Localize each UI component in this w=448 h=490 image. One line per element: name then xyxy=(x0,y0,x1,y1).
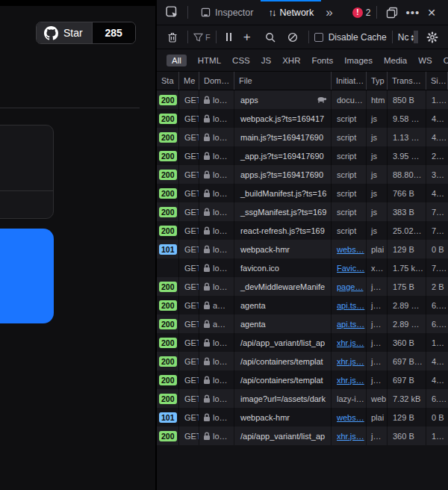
disable-cache-checkbox[interactable] xyxy=(314,33,323,42)
network-request-row[interactable]: 200GETlo…_buildManifest.js?ts=16scriptjs… xyxy=(157,184,448,202)
lock-icon xyxy=(203,133,211,142)
status-cell: 200 xyxy=(157,296,179,314)
pick-element-button[interactable] xyxy=(163,6,182,19)
column-header-3[interactable]: File xyxy=(234,72,332,90)
file-name: webpack-hmr xyxy=(240,245,290,254)
filter-pill-ot[interactable]: Ot xyxy=(444,56,448,65)
filter-pill-js[interactable]: JS xyxy=(261,56,271,65)
method-cell: GET xyxy=(179,370,199,389)
filter-pill-media[interactable]: Media xyxy=(384,56,407,65)
initiator-link[interactable]: api.ts… xyxy=(337,301,364,310)
filter-pill-css[interactable]: CSS xyxy=(232,56,250,65)
initiator-link[interactable]: Favic… xyxy=(337,264,364,273)
page-card[interactable] xyxy=(0,125,54,219)
tab-inspector[interactable]: Inspector xyxy=(193,0,261,25)
github-star-widget[interactable]: Star 285 xyxy=(36,22,136,44)
column-header-6[interactable]: Trans… xyxy=(388,72,426,90)
initiator-cell: docu… xyxy=(332,90,367,109)
more-tabs-button[interactable]: » xyxy=(323,5,335,20)
initiator-link[interactable]: webs… xyxy=(337,245,364,254)
network-request-row[interactable]: 200GETlo…/api/app_variant/list_apxhr.js…… xyxy=(157,427,448,445)
initiator-link[interactable]: xhr.js… xyxy=(337,338,364,347)
network-request-row[interactable]: 200GETlo…appsdocu…htm850 B1.… xyxy=(157,90,448,109)
column-header-5[interactable]: Typ xyxy=(367,72,388,90)
lock-icon xyxy=(203,170,211,179)
column-header-1[interactable]: Me xyxy=(179,72,199,90)
error-badge[interactable]: ! 2 xyxy=(352,7,371,18)
domain-cell: lo… xyxy=(199,109,234,128)
network-request-row[interactable]: 200GETlo…_app.js?ts=169417690scriptjs3.9… xyxy=(157,146,448,165)
initiator-link[interactable]: webs… xyxy=(337,413,364,422)
tabbar-separator xyxy=(187,6,188,19)
method-cell: GET xyxy=(179,296,199,314)
initiator-link[interactable]: xhr.js… xyxy=(337,376,364,385)
github-star-button[interactable]: Star xyxy=(37,22,92,43)
tab-network[interactable]: ↑↓ Network xyxy=(261,0,321,25)
file-name: react-refresh.js?ts=169 xyxy=(240,226,325,235)
initiator-link[interactable]: api.ts… xyxy=(337,320,364,329)
tabbar-separator-2 xyxy=(376,6,377,19)
column-header-4[interactable]: Initiat… xyxy=(332,72,367,90)
filter-pill-ws[interactable]: WS xyxy=(418,56,432,65)
new-request-button[interactable]: + xyxy=(243,30,251,45)
network-request-row[interactable]: 200GETa…agentaapi.ts…j…2.89 …6.… xyxy=(157,296,448,314)
network-request-row[interactable]: 200GETlo…_devMiddlewareManifepage…j…175 … xyxy=(157,277,448,296)
network-request-row[interactable]: 200GETlo…_ssgManifest.js?ts=169scriptjs3… xyxy=(157,202,448,221)
size-cell: 4.… xyxy=(426,128,448,146)
disable-cache-control[interactable]: Disable Cache xyxy=(314,32,387,43)
initiator-cell: page… xyxy=(332,277,367,296)
network-request-row[interactable]: 101GETlo…webpack-hmrwebs…plai129 B0 B xyxy=(157,408,448,427)
initiator-link[interactable]: xhr.js… xyxy=(337,432,364,441)
size-cell: 7… xyxy=(426,202,448,221)
size-cell: 7… xyxy=(426,221,448,240)
network-request-row[interactable]: GETlo…favicon.icoFavic…x…1.75 k…7.… xyxy=(157,258,448,277)
network-settings-button[interactable] xyxy=(423,31,444,43)
status-badge: 101 xyxy=(159,244,177,255)
status-badge: 200 xyxy=(159,356,177,367)
github-logo-icon xyxy=(44,26,58,40)
domain-text: lo… xyxy=(213,282,228,291)
clear-requests-button[interactable] xyxy=(163,31,182,43)
filter-pill-html[interactable]: HTML xyxy=(198,56,221,65)
filter-urls-input[interactable]: F xyxy=(205,33,211,42)
page-blue-panel[interactable] xyxy=(0,229,54,323)
column-header-2[interactable]: Dom… xyxy=(199,72,234,90)
network-request-row[interactable]: 200GETlo…/api/containers/templatxhr.js…j… xyxy=(157,370,448,389)
network-request-row[interactable]: 200GETlo…image?url=/assets/darklazy-i…we… xyxy=(157,389,448,408)
star-count-button[interactable]: 285 xyxy=(92,22,135,43)
close-devtools-button[interactable]: ✕ xyxy=(424,7,442,19)
status-badge: 200 xyxy=(159,300,177,311)
network-request-row[interactable]: 200GETlo…apps.js?ts=169417690scriptjs88.… xyxy=(157,165,448,184)
method-cell: GET xyxy=(179,90,199,109)
initiator-link[interactable]: page… xyxy=(337,282,363,291)
block-request-button[interactable] xyxy=(287,32,298,43)
domain-text: lo… xyxy=(213,133,228,142)
throttling-dropdown[interactable]: Nc ▴▾ xyxy=(398,32,414,43)
network-request-row[interactable]: 200GETlo…main.js?ts=169417690scriptjs1.1… xyxy=(157,128,448,146)
transferred-cell: 2.89 … xyxy=(388,296,426,314)
network-table-header: StaMeDom…FileInitiat…TypTrans…Si… xyxy=(157,72,448,90)
filter-pill-images[interactable]: Images xyxy=(344,56,373,65)
devtools-menu-button[interactable]: ••• xyxy=(402,6,425,19)
tab-network-label: Network xyxy=(279,7,314,18)
network-request-row[interactable]: 200GETlo…react-refresh.js?ts=169scriptjs… xyxy=(157,221,448,240)
initiator-link[interactable]: xhr.js… xyxy=(337,357,364,366)
type-cell: web xyxy=(367,389,388,408)
filter-pill-xhr[interactable]: XHR xyxy=(282,56,300,65)
column-header-7[interactable]: Si… xyxy=(426,72,448,90)
network-request-row[interactable]: 200GETa…agentaapi.ts…j…2.89 …6.… xyxy=(157,314,448,333)
column-header-0[interactable]: Sta xyxy=(157,72,179,90)
network-toolbar: F + Disable Cache Nc ▴▾ xyxy=(157,25,448,49)
network-request-row[interactable]: 101GETlo…webpack-hmrwebs…plai129 B0 B xyxy=(157,240,448,258)
method-cell: GET xyxy=(179,128,199,146)
search-button[interactable] xyxy=(265,32,276,43)
filter-pill-all[interactable]: All xyxy=(167,55,187,66)
network-request-row[interactable]: 200GETlo…/api/app_variant/list_apxhr.js…… xyxy=(157,333,448,352)
filter-pill-fonts[interactable]: Fonts xyxy=(311,56,333,65)
transferred-cell: 1.75 k… xyxy=(388,258,426,277)
status-cell: 200 xyxy=(157,277,179,296)
pause-log-button[interactable] xyxy=(226,33,231,41)
network-request-row[interactable]: 200GETlo…webpack.js?ts=169417scriptjs9.5… xyxy=(157,109,448,128)
split-panes-button[interactable] xyxy=(382,7,402,19)
network-request-row[interactable]: 200GETlo…/api/containers/templatxhr.js…j… xyxy=(157,352,448,370)
